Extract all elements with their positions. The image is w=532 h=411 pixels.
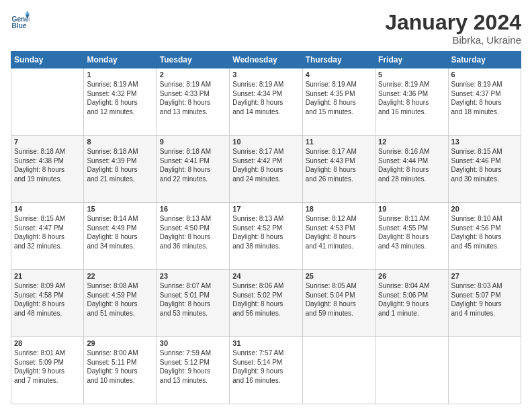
calendar-cell: 5Sunrise: 8:19 AM Sunset: 4:36 PM Daylig… bbox=[375, 68, 448, 136]
calendar-cell: 25Sunrise: 8:05 AM Sunset: 5:04 PM Dayli… bbox=[302, 270, 375, 337]
cell-content: Sunrise: 8:06 AM Sunset: 5:02 PM Dayligh… bbox=[232, 281, 299, 318]
day-number: 15 bbox=[87, 205, 153, 213]
calendar-cell: 29Sunrise: 8:00 AM Sunset: 5:11 PM Dayli… bbox=[84, 337, 157, 404]
calendar-cell: 8Sunrise: 8:18 AM Sunset: 4:39 PM Daylig… bbox=[84, 136, 157, 203]
cell-content: Sunrise: 8:18 AM Sunset: 4:41 PM Dayligh… bbox=[160, 147, 226, 183]
day-number: 22 bbox=[87, 272, 153, 280]
calendar-cell: 23Sunrise: 8:07 AM Sunset: 5:01 PM Dayli… bbox=[157, 270, 229, 337]
day-number: 30 bbox=[160, 339, 226, 347]
calendar-cell: 2Sunrise: 8:19 AM Sunset: 4:33 PM Daylig… bbox=[157, 68, 229, 136]
calendar-cell: 17Sunrise: 8:13 AM Sunset: 4:52 PM Dayli… bbox=[230, 203, 302, 270]
day-number: 21 bbox=[14, 272, 81, 280]
logo: General Blue bbox=[11, 11, 30, 30]
day-number: 18 bbox=[306, 205, 372, 213]
cell-content: Sunrise: 8:19 AM Sunset: 4:36 PM Dayligh… bbox=[378, 80, 445, 116]
day-number: 8 bbox=[87, 138, 153, 146]
cell-content: Sunrise: 8:08 AM Sunset: 4:59 PM Dayligh… bbox=[87, 281, 153, 318]
cell-content: Sunrise: 8:19 AM Sunset: 4:37 PM Dayligh… bbox=[451, 80, 518, 116]
cell-content: Sunrise: 8:01 AM Sunset: 5:09 PM Dayligh… bbox=[14, 349, 81, 385]
calendar-cell bbox=[11, 68, 84, 136]
svg-text:Blue: Blue bbox=[12, 22, 27, 30]
calendar-cell: 28Sunrise: 8:01 AM Sunset: 5:09 PM Dayli… bbox=[11, 337, 84, 404]
calendar-cell bbox=[448, 337, 521, 404]
day-header-friday: Friday bbox=[375, 52, 448, 68]
cell-content: Sunrise: 8:19 AM Sunset: 4:34 PM Dayligh… bbox=[232, 80, 299, 116]
week-row-2: 14Sunrise: 8:15 AM Sunset: 4:47 PM Dayli… bbox=[11, 203, 521, 270]
page: General Blue January 2024 Bibrka, Ukrain… bbox=[0, 0, 532, 411]
calendar-cell: 27Sunrise: 8:03 AM Sunset: 5:07 PM Dayli… bbox=[448, 270, 521, 337]
day-header-monday: Monday bbox=[84, 52, 157, 68]
day-number: 5 bbox=[378, 71, 445, 79]
calendar-cell: 26Sunrise: 8:04 AM Sunset: 5:06 PM Dayli… bbox=[375, 270, 448, 337]
week-row-4: 28Sunrise: 8:01 AM Sunset: 5:09 PM Dayli… bbox=[11, 337, 521, 404]
page-title: January 2024 bbox=[385, 11, 521, 34]
cell-content: Sunrise: 8:10 AM Sunset: 4:56 PM Dayligh… bbox=[451, 214, 518, 250]
cell-content: Sunrise: 8:04 AM Sunset: 5:06 PM Dayligh… bbox=[378, 281, 445, 318]
calendar-cell: 6Sunrise: 8:19 AM Sunset: 4:37 PM Daylig… bbox=[448, 68, 521, 136]
cell-content: Sunrise: 8:05 AM Sunset: 5:04 PM Dayligh… bbox=[306, 281, 372, 318]
calendar-cell: 7Sunrise: 8:18 AM Sunset: 4:38 PM Daylig… bbox=[11, 136, 84, 203]
header: General Blue January 2024 Bibrka, Ukrain… bbox=[11, 11, 521, 46]
calendar-header-row: SundayMondayTuesdayWednesdayThursdayFrid… bbox=[11, 52, 521, 68]
cell-content: Sunrise: 7:57 AM Sunset: 5:14 PM Dayligh… bbox=[232, 349, 299, 385]
calendar-table: SundayMondayTuesdayWednesdayThursdayFrid… bbox=[11, 51, 521, 404]
cell-content: Sunrise: 8:13 AM Sunset: 4:50 PM Dayligh… bbox=[160, 214, 226, 250]
cell-content: Sunrise: 8:19 AM Sunset: 4:35 PM Dayligh… bbox=[306, 80, 372, 116]
cell-content: Sunrise: 8:17 AM Sunset: 4:42 PM Dayligh… bbox=[232, 147, 299, 183]
day-number: 16 bbox=[160, 205, 226, 213]
week-row-0: 1Sunrise: 8:19 AM Sunset: 4:32 PM Daylig… bbox=[11, 68, 521, 136]
day-number: 25 bbox=[306, 272, 372, 280]
cell-content: Sunrise: 8:19 AM Sunset: 4:33 PM Dayligh… bbox=[160, 80, 226, 116]
day-number: 27 bbox=[451, 272, 518, 280]
day-number: 6 bbox=[451, 71, 518, 79]
calendar-cell: 11Sunrise: 8:17 AM Sunset: 4:43 PM Dayli… bbox=[302, 136, 375, 203]
day-number: 28 bbox=[14, 339, 81, 347]
day-number: 20 bbox=[451, 205, 518, 213]
day-number: 11 bbox=[306, 138, 372, 146]
calendar-cell: 9Sunrise: 8:18 AM Sunset: 4:41 PM Daylig… bbox=[157, 136, 229, 203]
calendar-cell bbox=[375, 337, 448, 404]
calendar-cell: 21Sunrise: 8:09 AM Sunset: 4:58 PM Dayli… bbox=[11, 270, 84, 337]
day-number: 19 bbox=[378, 205, 445, 213]
day-number: 26 bbox=[378, 272, 445, 280]
cell-content: Sunrise: 8:09 AM Sunset: 4:58 PM Dayligh… bbox=[14, 281, 81, 318]
day-header-wednesday: Wednesday bbox=[230, 52, 302, 68]
calendar-cell bbox=[302, 337, 375, 404]
day-number: 3 bbox=[232, 71, 299, 79]
calendar-cell: 12Sunrise: 8:16 AM Sunset: 4:44 PM Dayli… bbox=[375, 136, 448, 203]
day-number: 4 bbox=[306, 71, 372, 79]
week-row-1: 7Sunrise: 8:18 AM Sunset: 4:38 PM Daylig… bbox=[11, 136, 521, 203]
cell-content: Sunrise: 8:15 AM Sunset: 4:46 PM Dayligh… bbox=[451, 147, 518, 183]
cell-content: Sunrise: 8:11 AM Sunset: 4:55 PM Dayligh… bbox=[378, 214, 445, 250]
cell-content: Sunrise: 8:03 AM Sunset: 5:07 PM Dayligh… bbox=[451, 281, 518, 318]
calendar-cell: 4Sunrise: 8:19 AM Sunset: 4:35 PM Daylig… bbox=[302, 68, 375, 136]
calendar-cell: 19Sunrise: 8:11 AM Sunset: 4:55 PM Dayli… bbox=[375, 203, 448, 270]
day-number: 1 bbox=[87, 71, 153, 79]
cell-content: Sunrise: 8:18 AM Sunset: 4:38 PM Dayligh… bbox=[14, 147, 81, 183]
calendar-cell: 31Sunrise: 7:57 AM Sunset: 5:14 PM Dayli… bbox=[230, 337, 302, 404]
calendar-cell: 20Sunrise: 8:10 AM Sunset: 4:56 PM Dayli… bbox=[448, 203, 521, 270]
cell-content: Sunrise: 7:59 AM Sunset: 5:12 PM Dayligh… bbox=[160, 349, 226, 385]
day-number: 23 bbox=[160, 272, 226, 280]
cell-content: Sunrise: 8:00 AM Sunset: 5:11 PM Dayligh… bbox=[87, 349, 153, 385]
calendar-cell: 24Sunrise: 8:06 AM Sunset: 5:02 PM Dayli… bbox=[230, 270, 302, 337]
calendar-cell: 10Sunrise: 8:17 AM Sunset: 4:42 PM Dayli… bbox=[230, 136, 302, 203]
calendar-cell: 18Sunrise: 8:12 AM Sunset: 4:53 PM Dayli… bbox=[302, 203, 375, 270]
day-header-saturday: Saturday bbox=[448, 52, 521, 68]
calendar-cell: 22Sunrise: 8:08 AM Sunset: 4:59 PM Dayli… bbox=[84, 270, 157, 337]
calendar-cell: 16Sunrise: 8:13 AM Sunset: 4:50 PM Dayli… bbox=[157, 203, 229, 270]
day-number: 10 bbox=[232, 138, 299, 146]
calendar-cell: 14Sunrise: 8:15 AM Sunset: 4:47 PM Dayli… bbox=[11, 203, 84, 270]
day-number: 7 bbox=[14, 138, 81, 146]
day-number: 9 bbox=[160, 138, 226, 146]
cell-content: Sunrise: 8:16 AM Sunset: 4:44 PM Dayligh… bbox=[378, 147, 445, 183]
cell-content: Sunrise: 8:14 AM Sunset: 4:49 PM Dayligh… bbox=[87, 214, 153, 250]
cell-content: Sunrise: 8:13 AM Sunset: 4:52 PM Dayligh… bbox=[232, 214, 299, 250]
week-row-3: 21Sunrise: 8:09 AM Sunset: 4:58 PM Dayli… bbox=[11, 270, 521, 337]
day-header-thursday: Thursday bbox=[302, 52, 375, 68]
cell-content: Sunrise: 8:07 AM Sunset: 5:01 PM Dayligh… bbox=[160, 281, 226, 318]
page-subtitle: Bibrka, Ukraine bbox=[385, 34, 521, 46]
title-block: January 2024 Bibrka, Ukraine bbox=[385, 11, 521, 46]
day-header-sunday: Sunday bbox=[11, 52, 84, 68]
day-number: 12 bbox=[378, 138, 445, 146]
